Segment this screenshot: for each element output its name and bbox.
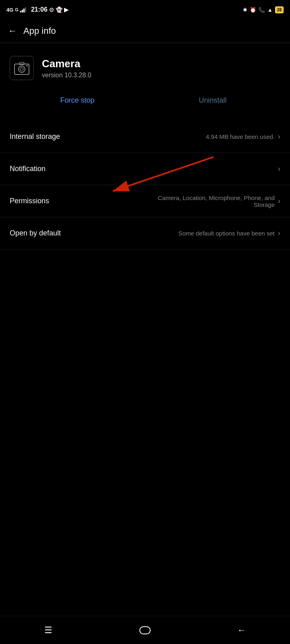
internal-storage-right: 4.94 MB have been used. › [60,132,280,141]
app-info-section: Camera version 10.3.28.0 [0,43,290,90]
open-by-default-label: Open by default [10,229,61,237]
svg-point-2 [20,68,23,71]
signal-bar-1 [20,11,21,12]
page-title: App info [23,26,56,36]
battery-indicator: 28 [275,6,284,13]
app-icon [10,56,34,80]
app-info-header: ← App info [0,19,290,43]
app-version: version 10.3.28.0 [42,72,91,79]
alarm-icon: ⏰ [250,7,256,13]
internal-storage-label: Internal storage [10,132,60,141]
permissions-label: Permissions [10,197,49,205]
youtube-icon: ▶ [64,6,68,13]
snapchat-icon: 👻 [56,6,62,13]
chevron-right-icon: › [278,132,280,141]
app-name: Camera [42,58,91,70]
app-details: Camera version 10.3.28.0 [42,58,91,79]
open-by-default-right: Some default options have been set › [61,229,280,237]
permissions-detail: Camera, Location, Microphone, Phone, and… [154,194,275,208]
uninstall-button[interactable]: Uninstall [145,93,280,108]
notification-right: › [46,165,280,173]
list-items-container: Internal storage 4.94 MB have been used.… [0,121,290,250]
status-left: 4G G 21:06 ⊙ 👻 ▶ [6,6,68,13]
svg-point-1 [19,66,25,72]
signal-bars [20,7,26,12]
camera-svg-icon [14,61,30,75]
home-icon [139,626,151,634]
open-by-default-detail: Some default options have been set [178,230,275,237]
signal-icon: G [15,7,19,12]
back-button[interactable]: ← [8,26,17,36]
back-icon: ← [237,625,246,636]
whatsapp-icon: ⊙ [49,6,54,13]
permissions-right: Camera, Location, Microphone, Phone, and… [49,194,280,208]
status-right: ✱ ⏰ 📞 ▲ 28 [243,6,284,13]
status-bar: 4G G 21:06 ⊙ 👻 ▶ ✱ ⏰ 📞 ▲ 28 [0,0,290,19]
notification-item[interactable]: Notification › [0,153,290,185]
call-icon: 📞 [259,7,265,13]
svg-point-4 [26,65,28,66]
force-stop-button[interactable]: Force stop [10,93,145,108]
chevron-right-icon: › [278,165,280,173]
open-by-default-item[interactable]: Open by default Some default options hav… [0,217,290,250]
nav-menu-button[interactable]: ☰ [36,622,60,638]
network-indicator: 4G [6,7,13,13]
wifi-icon: ▲ [267,7,273,13]
nav-back-button[interactable]: ← [230,622,254,638]
chevron-right-icon: › [278,197,280,205]
nav-home-button[interactable] [133,622,157,638]
permissions-item[interactable]: Permissions Camera, Location, Microphone… [0,185,290,217]
bottom-navigation: ☰ ← [0,616,290,644]
chevron-right-icon: › [278,229,280,237]
internal-storage-item[interactable]: Internal storage 4.94 MB have been used.… [0,121,290,153]
signal-bar-3 [23,8,25,12]
internal-storage-detail: 4.94 MB have been used. [206,133,275,140]
notification-label: Notification [10,165,46,173]
signal-bar-2 [22,10,23,12]
signal-bar-4 [25,7,26,12]
menu-icon: ☰ [44,626,52,635]
bluetooth-icon: ✱ [243,7,247,13]
action-buttons-row: Force stop Uninstall [0,90,290,121]
time-display: 21:06 [31,6,48,13]
